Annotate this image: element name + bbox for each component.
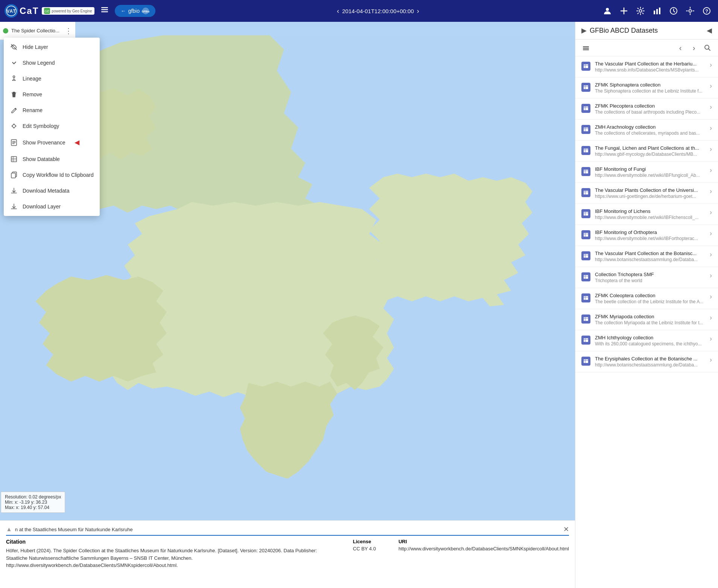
add-button[interactable] [617,4,631,18]
time-next-button[interactable]: › [417,7,419,15]
max-x: x: 19.40 [16,505,32,510]
right-panel-header: ▶ GFBio ABCD Datasets ◀ [575,22,718,40]
context-menu-item-rename[interactable]: Rename [4,102,100,118]
history-icon [669,7,678,15]
svg-rect-6 [101,11,108,12]
chart-icon [653,7,661,15]
right-panel-list-item[interactable]: The Vascular Plant Collection at the Her… [575,56,718,77]
rp-item-content: ZMH Arachnology collection The collectio… [595,124,705,136]
rp-item-content: IBF Monitoring of Orthoptera http://www.… [595,229,705,241]
right-panel-toggle-button[interactable]: ▶ [581,26,587,35]
right-panel-list-item[interactable]: The Erysiphales Collection at the Botani… [575,351,718,372]
context-menu-item-edit-symbology[interactable]: Edit Symbology [4,118,100,134]
right-panel-list-item[interactable]: ZFMK Plecoptera collection The collectio… [575,99,718,120]
context-menu-item-lineage[interactable]: Lineage [4,71,100,87]
rp-item-expand-icon: › [710,272,712,280]
close-icon: ✕ [563,526,569,533]
rp-item-title: IBF Monitoring of Fungi [595,166,705,172]
show-legend-icon [10,59,18,67]
svg-text:VAT: VAT [6,9,16,14]
rp-layers-button[interactable] [580,42,592,54]
rp-prev-button[interactable]: ‹ [674,42,686,54]
user-button[interactable] [601,4,614,18]
rp-item-title: The Vascular Plant Collection at the Her… [595,61,705,67]
rp-next-button[interactable]: › [688,42,700,54]
right-panel-list-item[interactable]: IBF Monitoring of Lichens http://www.div… [575,204,718,225]
svg-rect-78 [584,317,588,321]
right-panel-list-item[interactable]: The Vascular Plant Collection at the Bot… [575,246,718,267]
rp-item-icon [581,272,590,281]
bottom-bar-close-button[interactable]: ✕ [563,525,569,533]
citation-label: Citation [6,539,338,545]
rp-item-icon [581,62,590,71]
right-panel-list-item[interactable]: IBF Monitoring of Fungi http://www.diver… [575,162,718,183]
context-menu-item-show-datatable[interactable]: Show Datatable [4,151,100,167]
svg-rect-29 [11,156,17,162]
rp-item-content: ZMH Ichthyology collection With its 260,… [595,335,705,346]
history-button[interactable] [667,4,680,18]
rp-item-title: Collection Trichoptera SMF [595,272,705,277]
rp-item-content: The Vascular Plants Collection of the Un… [595,187,705,199]
rp-item-expand-icon: › [710,61,712,69]
rp-item-icon [581,315,590,324]
context-menu-item-hide-layer[interactable]: Hide Layer [4,39,100,55]
right-panel-list-item[interactable]: ZFMK Siphonaptera collection The Siphona… [575,77,718,99]
right-panel-collapse-button[interactable]: ◀ [707,26,712,35]
svg-text:GFBio: GFBio [142,10,149,13]
show-datatable-label: Show Datatable [23,156,60,162]
hide-layer-label: Hide Layer [23,44,48,50]
context-menu-item-download-metadata[interactable]: Download Metadata [4,183,100,199]
right-panel-list-item[interactable]: The Vascular Plants Collection of the Un… [575,183,718,204]
right-panel-list-item[interactable]: The Fungal, Lichen and Plant Collections… [575,141,718,162]
rp-item-expand-icon: › [710,187,712,195]
right-panel-list-item[interactable]: ZFMK Coleoptera collection The beetle co… [575,288,718,309]
rp-item-subtitle: http://www.diversitymobile.net/wiki/IBFl… [595,215,705,220]
svg-rect-81 [584,338,588,342]
rp-item-expand-icon: › [710,356,712,364]
rp-item-title: ZFMK Plecoptera collection [595,103,705,109]
rp-item-icon [581,251,590,260]
context-menu-item-show-provenance[interactable]: Show Provenance ◄ [4,134,100,151]
svg-point-9 [606,8,609,11]
rp-item-icon [581,104,590,113]
config-icon [686,7,694,15]
rp-item-subtitle: http://www.botanischestaatssammlung.de/D… [595,257,705,262]
analytics-button[interactable] [650,4,664,18]
right-panel-list-item[interactable]: IBF Monitoring of Orthoptera http://www.… [575,225,718,246]
config-button[interactable] [683,4,697,18]
layer-menu-button[interactable]: ⋮ [65,26,72,35]
min-y: y: 36.23 [31,500,47,505]
rp-item-content: Collection Trichoptera SMF Trichoptera o… [595,272,705,283]
settings-button[interactable] [634,4,647,18]
rp-search-button[interactable] [701,42,713,54]
context-menu-item-copy-workflow-id[interactable]: Copy Workflow Id to Clipboard [4,167,100,183]
context-menu-item-remove[interactable]: Remove [4,87,100,102]
logo-text: CaT [20,6,39,16]
right-panel-list-item[interactable]: ZMH Arachnology collection The collectio… [575,120,718,141]
main-area: The Spider Collectio... ⋮ Hide Layer [0,22,718,588]
right-panel-list-item[interactable]: ZMH Ichthyology collection With its 260,… [575,330,718,351]
right-panel: ▶ GFBio ABCD Datasets ◀ ‹ › [575,22,718,588]
uri-value: http://www.diversityworkbench.de/Databas… [399,546,569,552]
gfbio-button[interactable]: ← gfbio GFBio [115,5,155,17]
context-menu-item-download-layer[interactable]: Download Layer [4,199,100,214]
right-panel-list-item[interactable]: Collection Trichoptera SMF Trichoptera o… [575,267,718,288]
time-navigation: ‹ 2014-04-01T12:00:00+00:00 › [337,7,419,15]
edit-symbology-icon [10,122,18,130]
rp-item-title: The Erysiphales Collection at the Botani… [595,356,705,362]
svg-rect-51 [584,128,588,131]
time-prev-button[interactable]: ‹ [337,7,339,15]
right-panel-list-item[interactable]: ZFMK Myriapoda collection The collection… [575,309,718,330]
bottom-bar-expand-icon: ▲ [6,526,12,533]
layers-button[interactable] [97,4,112,18]
svg-rect-72 [584,275,588,279]
layer-status-indicator [3,28,8,33]
rename-icon [10,106,18,114]
show-provenance-label: Show Provenance [23,140,65,146]
min-label: Min: [5,500,14,505]
help-button[interactable]: ? [700,4,713,18]
svg-rect-84 [584,359,588,363]
context-menu-item-show-legend[interactable]: Show Legend [4,55,100,71]
edit-symbology-label: Edit Symbology [23,123,59,129]
map-container[interactable]: The Spider Collectio... ⋮ Hide Layer [0,22,575,588]
